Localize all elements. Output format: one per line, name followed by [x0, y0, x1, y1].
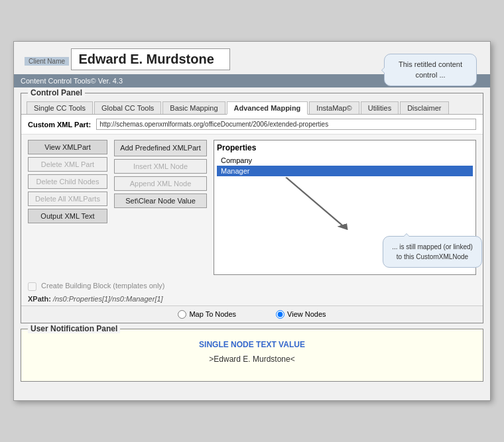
add-predefined-xmlpart-button[interactable]: Add Predefined XMLPart	[114, 140, 207, 156]
notification-content: SINGLE NODE TEXT VALUE >Edward E. Murdst…	[21, 329, 483, 370]
tab-instamap[interactable]: InstaMap©	[309, 101, 359, 114]
middle-buttons: Add Predefined XMLPart Insert XML Node A…	[114, 140, 207, 275]
xml-part-label: Custom XML Part:	[28, 121, 91, 129]
radio-map-to-nodes-label: Map To Nodes	[189, 310, 236, 318]
tab-global-cc-tools[interactable]: Global CC Tools	[94, 101, 161, 114]
xml-part-input[interactable]	[96, 119, 476, 130]
xpath-label: XPath:	[28, 295, 51, 303]
radio-row: Map To Nodes View Nodes	[21, 305, 483, 323]
delete-xml-part-button[interactable]: Delete XML Part	[28, 157, 107, 172]
svg-line-0	[286, 178, 345, 228]
tabs-row: Single CC Tools Global CC Tools Basic Ma…	[21, 93, 483, 115]
notification-title: SINGLE NODE TEXT VALUE	[28, 340, 476, 349]
control-panel-legend: Control Panel	[28, 88, 85, 97]
notification-panel: User Notification Panel SINGLE NODE TEXT…	[21, 329, 483, 382]
properties-title: Properties	[217, 143, 473, 152]
building-block-label: Create Building Block (templates only)	[41, 282, 164, 290]
notification-value: >Edward E. Murdstone<	[28, 355, 476, 364]
client-name-label: Client Name	[25, 57, 69, 66]
tab-utilities[interactable]: Utilities	[361, 101, 399, 114]
radio-map-to-nodes[interactable]: Map To Nodes	[178, 310, 236, 319]
append-xml-node-button[interactable]: Append XML Node	[114, 176, 207, 191]
mapped-tooltip: ... is still mapped (or linked) to this …	[383, 236, 482, 268]
building-block-checkbox[interactable]	[28, 282, 36, 291]
xpath-row: XPath: /ns0:Properties[1]/ns0:Manager[1]	[21, 292, 483, 305]
radio-view-nodes-label: View Nodes	[287, 310, 326, 318]
view-xmlpart-button[interactable]: View XMLPart	[28, 140, 107, 154]
radio-view-nodes[interactable]: View Nodes	[276, 310, 326, 319]
control-panel: Control Panel Single CC Tools Global CC …	[21, 93, 483, 323]
left-buttons: View XMLPart Delete XML Part Delete Chil…	[28, 140, 107, 275]
tab-advanced-mapping[interactable]: Advanced Mapping	[227, 101, 308, 115]
delete-child-nodes-button[interactable]: Delete Child Nodes	[28, 174, 107, 189]
property-item-manager[interactable]: Manager	[217, 166, 473, 176]
tab-single-cc-tools[interactable]: Single CC Tools	[27, 101, 93, 114]
delete-all-xmlparts-button[interactable]: Delete All XMLParts	[28, 192, 107, 206]
tab-disclaimer[interactable]: Disclaimer	[400, 101, 448, 114]
xml-part-row: Custom XML Part:	[21, 115, 483, 135]
property-item-company[interactable]: Company	[217, 155, 473, 166]
insert-xml-node-button[interactable]: Insert XML Node	[114, 159, 207, 174]
client-name-area: Client Name Edward E. Murdstone	[14, 42, 490, 74]
building-block-row: Create Building Block (templates only)	[21, 280, 483, 292]
tab-basic-mapping[interactable]: Basic Mapping	[162, 101, 225, 114]
main-content: View XMLPart Delete XML Part Delete Chil…	[21, 135, 483, 280]
radio-map-to-nodes-input[interactable]	[178, 310, 186, 319]
output-xml-text-button[interactable]: Output XML Text	[28, 209, 107, 223]
properties-panel: Properties Company Manager ... is still …	[214, 140, 476, 275]
client-name-value: Edward E. Murdstone	[71, 48, 230, 70]
xpath-value: /ns0:Properties[1]/ns0:Manager[1]	[53, 295, 163, 303]
notification-panel-legend: User Notification Panel	[28, 324, 120, 333]
radio-view-nodes-input[interactable]	[276, 310, 284, 319]
set-clear-node-value-button[interactable]: Set\Clear Node Value	[114, 193, 207, 208]
